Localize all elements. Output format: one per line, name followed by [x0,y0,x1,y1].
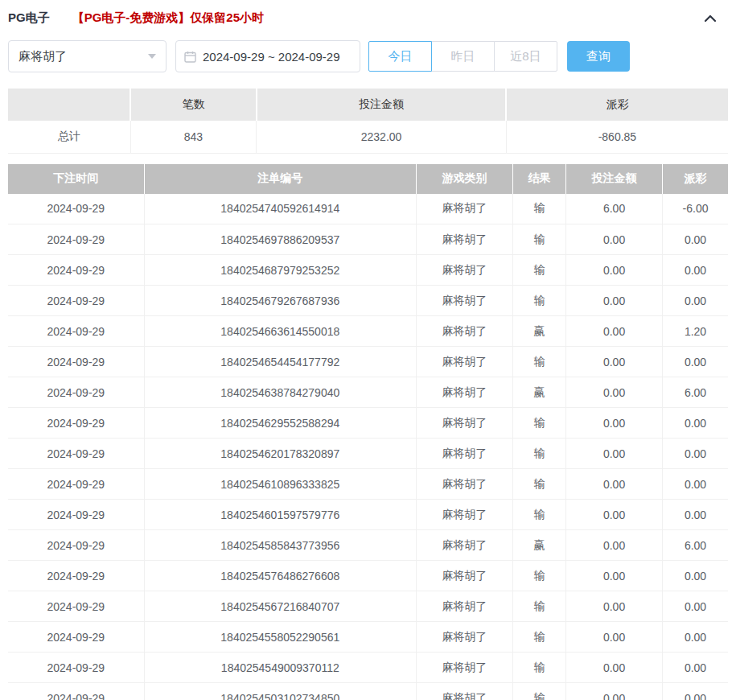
summary-total-bet-amount: 2232.00 [257,121,507,153]
cell-payout: 0.00 [663,224,728,255]
cell-bet-amount: 0.00 [566,500,663,530]
col-game-type: 游戏类别 [416,164,512,194]
cell-bet-time: 2024-09-29 [8,316,144,347]
cell-result: 输 [512,653,565,683]
collapse-button[interactable] [704,14,717,23]
cell-order-no: 1840254610896333825 [144,469,416,500]
panel-notice: 【PG电子-免费游戏】仅保留25小时 [72,10,264,26]
bet-records-table: 下注时间 注单编号 游戏类别 结果 投注金额 派彩 2024-09-291840… [8,164,728,700]
cell-result: 赢 [512,316,565,347]
cell-bet-time: 2024-09-29 [8,561,144,591]
table-row: 2024-09-291840254503102734850麻将胡了输0.000.… [8,683,728,700]
table-row: 2024-09-291840254620178320897麻将胡了输0.000.… [8,439,728,469]
table-row: 2024-09-291840254663614550018麻将胡了赢0.001.… [8,316,728,347]
cell-order-no: 1840254620178320897 [144,439,416,469]
cell-result: 赢 [512,377,565,408]
quick-button-today[interactable]: 今日 [368,41,432,72]
cell-result: 输 [512,255,565,286]
col-bet-amount: 投注金额 [566,164,663,194]
cell-result: 输 [512,286,565,316]
cell-game-type: 麻将胡了 [416,316,512,347]
panel-header: PG电子 【PG电子-免费游戏】仅保留25小时 [8,0,728,26]
summary-col-blank [8,89,130,121]
game-select-value: 麻将胡了 [19,49,67,64]
pg-records-panel: PG电子 【PG电子-免费游戏】仅保留25小时 麻将胡了 2024-09-29 … [0,0,736,700]
cell-order-no: 1840254576486276608 [144,561,416,591]
cell-order-no: 1840254549009370112 [144,653,416,683]
cell-game-type: 麻将胡了 [416,469,512,500]
cell-bet-time: 2024-09-29 [8,224,144,255]
caret-down-icon [148,54,156,59]
cell-bet-time: 2024-09-29 [8,408,144,439]
cell-bet-time: 2024-09-29 [8,469,144,500]
summary-col-payout: 派彩 [506,89,728,121]
cell-payout: 0.00 [663,347,728,377]
cell-payout: 6.00 [663,530,728,561]
cell-payout: 0.00 [663,469,728,500]
cell-result: 输 [512,683,565,700]
summary-total-payout: -860.85 [506,121,728,153]
cell-payout: 0.00 [663,286,728,316]
table-row: 2024-09-291840254679267687936麻将胡了输0.000.… [8,286,728,316]
query-button[interactable]: 查询 [567,41,630,72]
cell-bet-time: 2024-09-29 [8,347,144,377]
cell-result: 输 [512,347,565,377]
cell-order-no: 1840254740592614914 [144,194,416,224]
cell-bet-amount: 0.00 [566,561,663,591]
cell-bet-amount: 0.00 [566,591,663,622]
cell-game-type: 麻将胡了 [416,408,512,439]
date-range-value: 2024-09-29 ~ 2024-09-29 [203,50,340,64]
cell-bet-time: 2024-09-29 [8,530,144,561]
date-range-picker[interactable]: 2024-09-29 ~ 2024-09-29 [175,40,360,72]
table-row: 2024-09-291840254549009370112麻将胡了输0.000.… [8,653,728,683]
summary-total-count: 843 [130,121,257,153]
cell-order-no: 1840254629552588294 [144,408,416,439]
cell-order-no: 1840254503102734850 [144,683,416,700]
cell-order-no: 1840254567216840707 [144,591,416,622]
cell-game-type: 麻将胡了 [416,653,512,683]
cell-bet-amount: 0.00 [566,347,663,377]
col-result: 结果 [512,164,565,194]
cell-payout: 0.00 [663,683,728,700]
cell-result: 输 [512,439,565,469]
summary-table: 笔数 投注金额 派彩 总计 843 2232.00 -860.85 [8,89,728,154]
quick-button-last8days[interactable]: 近8日 [494,41,557,72]
cell-payout: 0.00 [663,653,728,683]
cell-payout: 1.20 [663,316,728,347]
cell-game-type: 麻将胡了 [416,622,512,653]
cell-payout: 0.00 [663,408,728,439]
cell-game-type: 麻将胡了 [416,591,512,622]
cell-payout: 0.00 [663,500,728,530]
quick-range-group: 今日 昨日 近8日 [368,41,557,72]
cell-game-type: 麻将胡了 [416,347,512,377]
cell-game-type: 麻将胡了 [416,194,512,224]
table-row: 2024-09-291840254601597579776麻将胡了输0.000.… [8,500,728,530]
cell-order-no: 1840254697886209537 [144,224,416,255]
cell-payout: -6.00 [663,194,728,224]
cell-order-no: 1840254679267687936 [144,286,416,316]
cell-order-no: 1840254663614550018 [144,316,416,347]
quick-button-yesterday[interactable]: 昨日 [431,41,495,72]
cell-order-no: 1840254687979253252 [144,255,416,286]
cell-bet-amount: 0.00 [566,408,663,439]
summary-total-row: 总计 843 2232.00 -860.85 [8,121,728,153]
cell-order-no: 1840254654454177792 [144,347,416,377]
cell-bet-amount: 0.00 [566,255,663,286]
cell-result: 输 [512,224,565,255]
cell-game-type: 麻将胡了 [416,439,512,469]
cell-bet-time: 2024-09-29 [8,194,144,224]
cell-bet-amount: 0.00 [566,469,663,500]
cell-game-type: 麻将胡了 [416,561,512,591]
col-payout: 派彩 [663,164,728,194]
table-row: 2024-09-291840254576486276608麻将胡了输0.000.… [8,561,728,591]
game-select[interactable]: 麻将胡了 [8,40,167,72]
cell-bet-amount: 0.00 [566,377,663,408]
cell-result: 输 [512,561,565,591]
cell-bet-time: 2024-09-29 [8,622,144,653]
cell-bet-amount: 0.00 [566,439,663,469]
table-row: 2024-09-291840254687979253252麻将胡了输0.000.… [8,255,728,286]
cell-payout: 6.00 [663,377,728,408]
cell-game-type: 麻将胡了 [416,530,512,561]
cell-bet-amount: 0.00 [566,286,663,316]
filter-bar: 麻将胡了 2024-09-29 ~ 2024-09-29 今日 昨日 近8日 查… [8,40,728,72]
